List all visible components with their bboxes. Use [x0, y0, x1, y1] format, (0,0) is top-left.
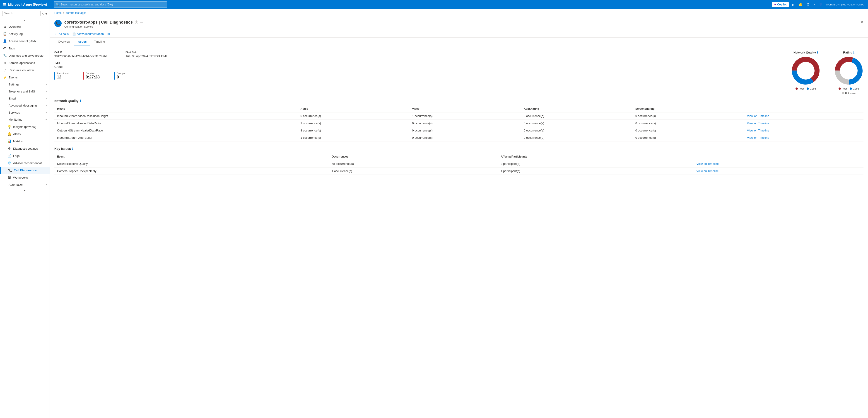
sidebar-item-email[interactable]: Email› [0, 95, 50, 102]
sidebar-icon-17: ⚙ [7, 147, 11, 150]
sidebar-item-insights-preview[interactable]: 💡Insights (preview) [0, 123, 50, 130]
stat-value-0: 12 [57, 75, 69, 80]
start-date-label: Start Date [125, 51, 167, 54]
sidebar-item-logs[interactable]: 📄Logs [0, 152, 50, 159]
nq-chart-title: Network Quality ℹ [794, 51, 818, 54]
feedback-icon[interactable]: 🖥 [790, 2, 796, 7]
sidebar-label-6: Resource visualizer [9, 68, 47, 72]
ki-view-timeline-1[interactable]: View on Timeline [694, 168, 864, 175]
tab-issues[interactable]: Issues [74, 38, 90, 46]
call-details-section: Call ID 9942dd6c-071c-4269-bf1d-cc22ff82… [54, 51, 167, 94]
sidebar-item-advisor-recommendations[interactable]: 💎Advisor recommendations [0, 159, 50, 167]
sidebar-collapse-icon[interactable]: ◀ [45, 12, 47, 15]
tab-overview[interactable]: Overview [54, 38, 74, 46]
sidebar-item-telephony-and-sms[interactable]: Telephony and SMS› [0, 88, 50, 95]
nq-view-timeline-0[interactable]: View on Timeline [744, 113, 864, 120]
main-layout: ◁ ◀ ▲ ⊡Overview📋Activity log👤Access cont… [0, 9, 868, 418]
sidebar-item-diagnose-and-solve-problems[interactable]: 🔧Diagnose and solve problems [0, 52, 50, 59]
sidebar-scroll-up[interactable]: ▲ [0, 18, 50, 23]
sidebar-item-advanced-messaging[interactable]: Advanced Messaging› [0, 102, 50, 109]
breadcrumb-home[interactable]: Home [54, 11, 62, 14]
global-search-box[interactable]: 🔍 [54, 1, 167, 8]
sidebar-item-access-control-iam[interactable]: 👤Access control (IAM) [0, 37, 50, 44]
sidebar-item-activity-log[interactable]: 📋Activity log [0, 30, 50, 37]
sidebar-pin-icon[interactable]: ◁ [42, 12, 44, 15]
nq-table-info-icon[interactable]: ℹ [80, 99, 81, 102]
settings-icon[interactable]: ⚙ [805, 2, 810, 7]
nq-appsharing-3: 0 occurrence(s) [521, 134, 633, 142]
sidebar-label-21: Workbooks [13, 176, 47, 179]
nq-info-icon[interactable]: ℹ [817, 51, 818, 54]
sidebar-scroll-down[interactable]: ▼ [0, 188, 50, 193]
nq-video-1: 0 occurrence(s) [409, 120, 521, 127]
hamburger-icon[interactable]: ☰ [3, 2, 6, 7]
back-arrow-icon: ← [54, 32, 57, 36]
nq-view-timeline-1[interactable]: View on Timeline [744, 120, 864, 127]
sidebar-item-workbooks[interactable]: 📓Workbooks [0, 174, 50, 181]
notifications-icon[interactable]: 🔔 [798, 2, 804, 7]
sidebar-icon-19: 💎 [7, 161, 11, 165]
key-issues-heading: Key Issues ℹ [54, 147, 864, 151]
resource-subtitle: Communication Service [64, 25, 858, 28]
network-quality-table: Metric Audio Video AppSharing ScreenShar… [54, 106, 864, 142]
sidebar-icon-16: 📊 [7, 140, 11, 143]
more-options-icon[interactable]: ··· [140, 20, 143, 24]
sidebar-item-services[interactable]: Services› [0, 109, 50, 116]
sidebar-label-18: Logs [13, 154, 47, 157]
sidebar-item-automation[interactable]: Automation› [0, 181, 50, 188]
sidebar-label-7: Events [9, 76, 47, 79]
sidebar-item-resource-visualizer[interactable]: ⬡Resource visualizer [0, 66, 50, 74]
top-nav-right: ✦ Copilot 🖥 🔔 ⚙ ? 👤 MICROSOFT (MICROSOFT… [772, 2, 865, 7]
sidebar-item-settings[interactable]: Settings› [0, 81, 50, 88]
table-row: OutboundStream-HealedDataRatio 8 occurre… [54, 127, 864, 134]
sidebar-item-events[interactable]: ⚡Events [0, 74, 50, 81]
type-group: Type Group [54, 61, 167, 68]
resource-header: 📞 corertc-test-apps | Call Diagnostics ★… [50, 17, 868, 30]
favorite-star-icon[interactable]: ★ [134, 20, 138, 25]
rating-info-icon[interactable]: ℹ [853, 51, 855, 54]
sidebar-item-alerts[interactable]: 🔔Alerts [0, 130, 50, 138]
sidebar-label-10: Email [9, 97, 44, 100]
table-row: CameraStoppedUnexpectedly 1 occurrence(s… [54, 168, 864, 175]
ki-col-event: Event [54, 153, 329, 160]
sidebar-label-17: Diagnostic settings [13, 147, 47, 150]
nq-table-body: InboundStream-VideoResolutionHeight 0 oc… [54, 113, 864, 142]
nq-video-3: 0 occurrence(s) [409, 134, 521, 142]
sidebar-item-sample-applications[interactable]: ⊞Sample applications [0, 59, 50, 66]
rating-chart-title: Rating ℹ [843, 51, 854, 54]
sidebar-item-tags[interactable]: 🏷Tags [0, 44, 50, 52]
sidebar-item-call-diagnostics[interactable]: 📞Call Diagnostics [0, 167, 50, 174]
user-icon[interactable]: 👤 [818, 2, 824, 7]
table-row: InboundStream-VideoResolutionHeight 0 oc… [54, 113, 864, 120]
ki-event-0: NetworkReceiveQuality [54, 160, 329, 168]
nq-donut-svg [791, 56, 820, 86]
sidebar-item-monitoring[interactable]: Monitoring∨ [0, 116, 50, 123]
nq-view-timeline-3[interactable]: View on Timeline [744, 134, 864, 142]
global-search-input[interactable] [60, 3, 165, 6]
help-icon[interactable]: ? [812, 2, 816, 7]
close-icon[interactable]: ✕ [861, 20, 864, 24]
charts-section: Network Quality ℹ Poor Good [791, 51, 864, 94]
tab-timeline[interactable]: Timeline [90, 38, 109, 46]
ki-view-timeline-0[interactable]: View on Timeline [694, 160, 864, 168]
sidebar-icon-18: 📄 [7, 154, 11, 157]
sidebar-search-input[interactable] [2, 11, 40, 16]
back-all-calls-button[interactable]: ← All calls [54, 32, 69, 36]
dashboard-icon-button[interactable]: ⊞ [107, 32, 110, 36]
sidebar-item-metrics[interactable]: 📊Metrics [0, 138, 50, 145]
table-row: NetworkReceiveQuality 48 occurrence(s) 8… [54, 160, 864, 168]
network-quality-chart: Network Quality ℹ Poor Good [791, 51, 820, 94]
sidebar-item-diagnostic-settings[interactable]: ⚙Diagnostic settings [0, 145, 50, 152]
sidebar-item-overview[interactable]: ⊡Overview [0, 23, 50, 30]
nq-view-timeline-2[interactable]: View on Timeline [744, 127, 864, 134]
sidebar-chevron-22: › [46, 183, 47, 186]
breadcrumb-resource[interactable]: corertc-test-apps [66, 11, 86, 14]
sidebar-label-15: Alerts [13, 132, 47, 136]
key-issues-info-icon[interactable]: ℹ [72, 147, 73, 150]
doc-icon: 📄 [72, 32, 76, 36]
view-documentation-button[interactable]: 📄 View documentation [72, 32, 104, 36]
sidebar: ◁ ◀ ▲ ⊡Overview📋Activity log👤Access cont… [0, 9, 50, 418]
copilot-button[interactable]: ✦ Copilot [772, 2, 789, 7]
ki-col-actions [694, 153, 864, 160]
nq-screensharing-2: 0 occurrence(s) [633, 127, 744, 134]
